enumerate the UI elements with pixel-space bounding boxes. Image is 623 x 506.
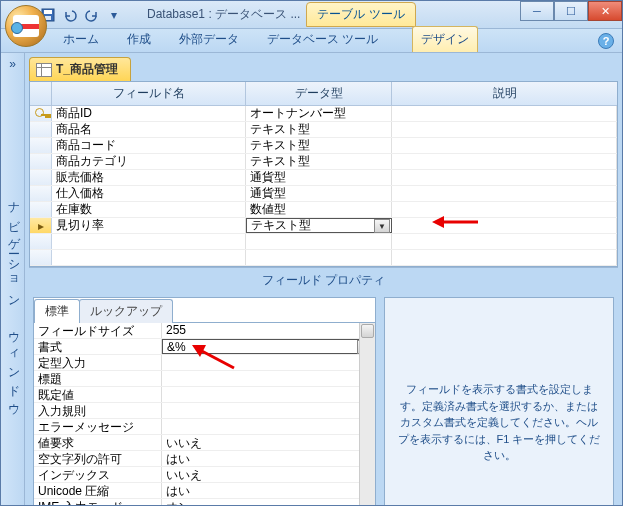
property-value[interactable] — [162, 355, 375, 370]
property-row[interactable]: 値要求いいえ — [34, 435, 375, 451]
close-button[interactable]: ✕ — [588, 1, 622, 21]
data-type-dropdown-button[interactable]: ▼ — [374, 219, 390, 233]
property-row[interactable]: 標題 — [34, 371, 375, 387]
property-value[interactable]: はい — [162, 483, 375, 498]
design-row[interactable]: 商品コードテキスト型 — [30, 138, 617, 154]
property-row[interactable]: IME 入力モードオン — [34, 499, 375, 505]
header-description[interactable]: 説明 — [392, 82, 617, 105]
property-row[interactable]: 空文字列の許可はい — [34, 451, 375, 467]
data-type-cell[interactable]: テキスト型 — [246, 154, 392, 169]
property-row[interactable]: 既定値 — [34, 387, 375, 403]
description-cell[interactable] — [392, 186, 617, 201]
description-cell[interactable] — [392, 122, 617, 137]
design-row[interactable]: 商品IDオートナンバー型 — [30, 106, 617, 122]
property-value[interactable]: オン — [162, 499, 375, 505]
property-row[interactable]: エラーメッセージ — [34, 419, 375, 435]
design-row[interactable]: 在庫数数値型 — [30, 202, 617, 218]
property-row[interactable]: 定型入力 — [34, 355, 375, 371]
field-name-cell[interactable]: 見切り率 — [52, 218, 246, 233]
help-icon[interactable]: ? — [598, 33, 614, 49]
table-tab[interactable]: T_商品管理 — [29, 57, 131, 81]
property-value[interactable]: 255 — [162, 323, 375, 338]
row-selector[interactable] — [30, 186, 52, 201]
row-selector[interactable] — [30, 138, 52, 153]
header-data-type[interactable]: データ型 — [246, 82, 392, 105]
property-scrollbar[interactable] — [359, 323, 375, 505]
ribbon-tab-create[interactable]: 作成 — [119, 27, 159, 52]
field-name-cell[interactable]: 商品コード — [52, 138, 246, 153]
redo-icon[interactable] — [83, 6, 101, 24]
titlebar: ▾ Database1 : データベース ... テーブル ツール ─ ☐ ✕ — [1, 1, 622, 29]
data-type-cell[interactable]: 数値型 — [246, 202, 392, 217]
property-value[interactable] — [162, 419, 375, 434]
field-name-cell[interactable]: 商品ID — [52, 106, 246, 121]
row-selector[interactable] — [30, 122, 52, 137]
header-field-name[interactable]: フィールド名 — [52, 82, 246, 105]
field-name-cell[interactable] — [52, 250, 246, 265]
row-selector[interactable] — [30, 170, 52, 185]
field-name-cell[interactable]: 仕入価格 — [52, 186, 246, 201]
property-row[interactable]: 書式&%▼ — [34, 339, 375, 355]
ribbon-tab-dbtools[interactable]: データベース ツール — [259, 27, 386, 52]
row-selector[interactable] — [30, 250, 52, 265]
data-type-cell[interactable] — [246, 234, 392, 249]
design-row-empty[interactable] — [30, 234, 617, 250]
description-cell[interactable] — [392, 106, 617, 121]
ribbon-tab-external[interactable]: 外部データ — [171, 27, 247, 52]
data-type-cell[interactable]: 通貨型 — [246, 170, 392, 185]
row-selector[interactable] — [30, 202, 52, 217]
property-tab-lookup[interactable]: ルックアップ — [79, 299, 173, 323]
maximize-button[interactable]: ☐ — [554, 1, 588, 21]
design-row[interactable]: ▸見切り率テキスト型▼ — [30, 218, 617, 234]
qat-dropdown-icon[interactable]: ▾ — [105, 6, 123, 24]
property-value[interactable]: いいえ — [162, 435, 375, 450]
scrollbar-thumb[interactable] — [361, 324, 374, 338]
description-cell[interactable] — [392, 138, 617, 153]
ribbon-tab-design[interactable]: デザイン — [412, 26, 478, 52]
field-name-cell[interactable]: 商品名 — [52, 122, 246, 137]
design-row[interactable]: 商品カテゴリテキスト型 — [30, 154, 617, 170]
property-value[interactable]: いいえ — [162, 467, 375, 482]
navigation-pane-collapsed[interactable]: » ナビゲーション ウィンドウ — [1, 53, 25, 505]
property-row[interactable]: 入力規則 — [34, 403, 375, 419]
row-selector-header[interactable] — [30, 82, 52, 105]
description-cell[interactable] — [392, 154, 617, 169]
description-cell[interactable] — [392, 202, 617, 217]
office-orb-button[interactable] — [5, 5, 47, 47]
data-type-cell[interactable]: テキスト型▼ — [246, 218, 392, 233]
field-name-cell[interactable]: 商品カテゴリ — [52, 154, 246, 169]
property-value[interactable]: はい — [162, 451, 375, 466]
data-type-cell[interactable]: 通貨型 — [246, 186, 392, 201]
property-row[interactable]: Unicode 圧縮はい — [34, 483, 375, 499]
description-cell[interactable] — [392, 218, 617, 233]
property-value[interactable] — [162, 371, 375, 386]
field-name-cell[interactable]: 在庫数 — [52, 202, 246, 217]
data-type-cell[interactable] — [246, 250, 392, 265]
design-row[interactable]: 商品名テキスト型 — [30, 122, 617, 138]
row-selector[interactable] — [30, 234, 52, 249]
data-type-cell[interactable]: オートナンバー型 — [246, 106, 392, 121]
field-name-cell[interactable]: 販売価格 — [52, 170, 246, 185]
ribbon-tab-home[interactable]: ホーム — [55, 27, 107, 52]
navpane-expand-icon[interactable]: » — [1, 53, 24, 71]
property-value[interactable] — [162, 387, 375, 402]
field-name-cell[interactable] — [52, 234, 246, 249]
row-selector[interactable]: ▸ — [30, 218, 52, 233]
description-cell[interactable] — [392, 250, 617, 265]
property-value[interactable]: &%▼ — [162, 339, 375, 354]
design-row[interactable]: 販売価格通貨型 — [30, 170, 617, 186]
description-cell[interactable] — [392, 234, 617, 249]
undo-icon[interactable] — [61, 6, 79, 24]
minimize-button[interactable]: ─ — [520, 1, 554, 21]
data-type-cell[interactable]: テキスト型 — [246, 122, 392, 137]
description-cell[interactable] — [392, 170, 617, 185]
property-row[interactable]: インデックスいいえ — [34, 467, 375, 483]
row-selector[interactable] — [30, 106, 52, 121]
design-row-empty[interactable] — [30, 250, 617, 266]
design-row[interactable]: 仕入価格通貨型 — [30, 186, 617, 202]
property-tab-general[interactable]: 標準 — [34, 299, 80, 323]
row-selector[interactable] — [30, 154, 52, 169]
property-value[interactable] — [162, 403, 375, 418]
property-row[interactable]: フィールドサイズ255 — [34, 323, 375, 339]
data-type-cell[interactable]: テキスト型 — [246, 138, 392, 153]
